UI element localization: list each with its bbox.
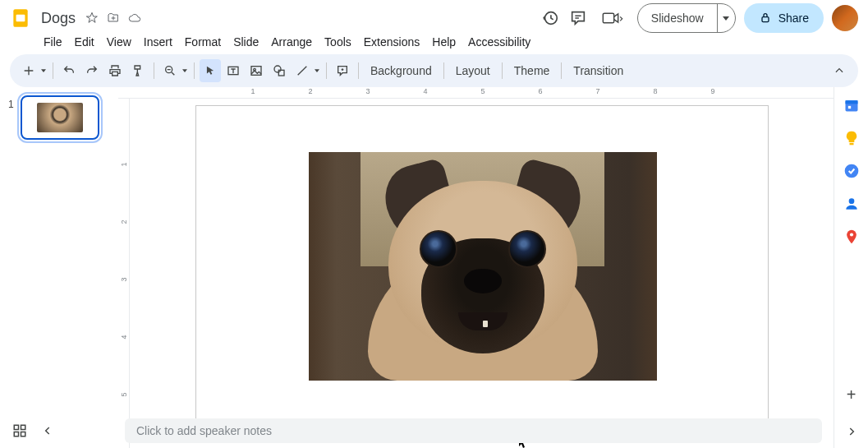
share-button[interactable]: Share bbox=[744, 3, 824, 33]
menu-insert[interactable]: Insert bbox=[138, 33, 178, 51]
tasks-icon[interactable] bbox=[843, 163, 860, 179]
svg-point-17 bbox=[849, 233, 852, 236]
menu-extensions[interactable]: Extensions bbox=[358, 33, 425, 51]
svg-point-9 bbox=[274, 66, 281, 72]
slide-canvas[interactable] bbox=[195, 105, 769, 429]
slideshow-button[interactable]: Slideshow bbox=[637, 3, 736, 33]
svg-rect-21 bbox=[21, 432, 25, 436]
background-button[interactable]: Background bbox=[364, 64, 439, 77]
star-icon[interactable] bbox=[85, 12, 99, 25]
new-slide-button[interactable] bbox=[18, 59, 39, 82]
menu-view[interactable]: View bbox=[101, 33, 137, 51]
svg-rect-4 bbox=[762, 17, 769, 22]
text-box-button[interactable] bbox=[223, 59, 244, 82]
slide-number: 1 bbox=[5, 95, 19, 444]
svg-point-16 bbox=[848, 198, 854, 204]
paint-format-button[interactable] bbox=[127, 59, 149, 82]
new-slide-dropdown[interactable] bbox=[41, 69, 48, 72]
keep-icon[interactable] bbox=[843, 130, 860, 146]
canvas-area: 1 2 3 4 5 6 7 8 9 1 2 3 4 5 bbox=[118, 87, 834, 448]
menu-format[interactable]: Format bbox=[179, 33, 227, 51]
svg-rect-20 bbox=[14, 432, 18, 436]
comment-button[interactable] bbox=[332, 59, 353, 82]
expand-side-panel-icon[interactable] bbox=[843, 423, 860, 440]
select-tool-button[interactable] bbox=[200, 59, 221, 82]
svg-rect-1 bbox=[16, 15, 25, 22]
contacts-icon[interactable] bbox=[843, 196, 860, 212]
horizontal-ruler[interactable]: 1 2 3 4 5 6 7 8 9 bbox=[118, 87, 834, 99]
svg-rect-14 bbox=[849, 143, 853, 145]
maps-icon[interactable] bbox=[843, 229, 860, 245]
transition-button[interactable]: Transition bbox=[567, 64, 630, 77]
cloud-status-icon[interactable] bbox=[128, 12, 141, 25]
header: Dogs Slideshow Share bbox=[0, 0, 868, 31]
slides-logo[interactable] bbox=[10, 7, 31, 29]
zoom-dropdown[interactable] bbox=[182, 69, 189, 72]
calendar-icon[interactable] bbox=[843, 97, 860, 113]
grid-view-icon[interactable] bbox=[11, 423, 28, 439]
undo-button[interactable] bbox=[58, 59, 80, 82]
slide-image[interactable] bbox=[309, 152, 657, 381]
menu-arrange[interactable]: Arrange bbox=[265, 33, 318, 51]
main-area: 1 1 2 3 4 5 6 7 8 9 1 2 3 4 5 bbox=[0, 87, 868, 448]
svg-rect-10 bbox=[278, 70, 284, 76]
slide-thumbnail[interactable] bbox=[21, 95, 99, 140]
bottom-bar: Click to add speaker notes bbox=[0, 413, 834, 448]
title-area: Dogs bbox=[38, 9, 540, 28]
svg-rect-19 bbox=[21, 425, 25, 429]
menu-bar: File Edit View Insert Format Slide Arran… bbox=[0, 33, 868, 51]
svg-rect-7 bbox=[251, 67, 261, 76]
filmstrip[interactable]: 1 bbox=[0, 87, 118, 448]
side-panel: + bbox=[834, 87, 868, 448]
vertical-ruler[interactable]: 1 2 3 4 5 bbox=[118, 99, 130, 448]
menu-file[interactable]: File bbox=[38, 33, 68, 51]
move-icon[interactable] bbox=[107, 12, 120, 25]
menu-accessibility[interactable]: Accessibility bbox=[462, 33, 536, 51]
menu-slide[interactable]: Slide bbox=[227, 33, 264, 51]
speaker-notes-input[interactable]: Click to add speaker notes bbox=[125, 418, 822, 443]
document-title[interactable]: Dogs bbox=[38, 9, 79, 28]
theme-button[interactable]: Theme bbox=[507, 64, 557, 77]
line-dropdown[interactable] bbox=[315, 69, 321, 72]
image-button[interactable] bbox=[246, 59, 267, 82]
toolbar: Background Layout Theme Transition bbox=[10, 54, 858, 87]
slideshow-dropdown-arrow[interactable] bbox=[717, 4, 735, 32]
menu-tools[interactable]: Tools bbox=[319, 33, 357, 51]
redo-button[interactable] bbox=[81, 59, 103, 82]
svg-rect-3 bbox=[603, 13, 613, 23]
shape-button[interactable] bbox=[269, 59, 290, 82]
add-on-button[interactable]: + bbox=[843, 386, 860, 403]
print-button[interactable] bbox=[104, 59, 126, 82]
svg-rect-13 bbox=[847, 106, 850, 109]
prev-slide-icon[interactable] bbox=[39, 423, 56, 439]
svg-rect-12 bbox=[845, 100, 857, 104]
history-icon[interactable] bbox=[540, 8, 560, 28]
layout-button[interactable]: Layout bbox=[449, 64, 497, 77]
comments-icon[interactable] bbox=[568, 8, 588, 28]
canvas-background[interactable] bbox=[130, 99, 834, 448]
zoom-button[interactable] bbox=[159, 59, 181, 82]
svg-rect-18 bbox=[14, 425, 18, 429]
header-right: Slideshow Share bbox=[540, 3, 858, 33]
meet-icon[interactable] bbox=[596, 8, 629, 28]
menu-edit[interactable]: Edit bbox=[69, 33, 100, 51]
collapse-toolbar-button[interactable] bbox=[829, 59, 850, 82]
line-button[interactable] bbox=[292, 59, 313, 82]
menu-help[interactable]: Help bbox=[426, 33, 462, 51]
account-avatar[interactable] bbox=[832, 5, 858, 31]
